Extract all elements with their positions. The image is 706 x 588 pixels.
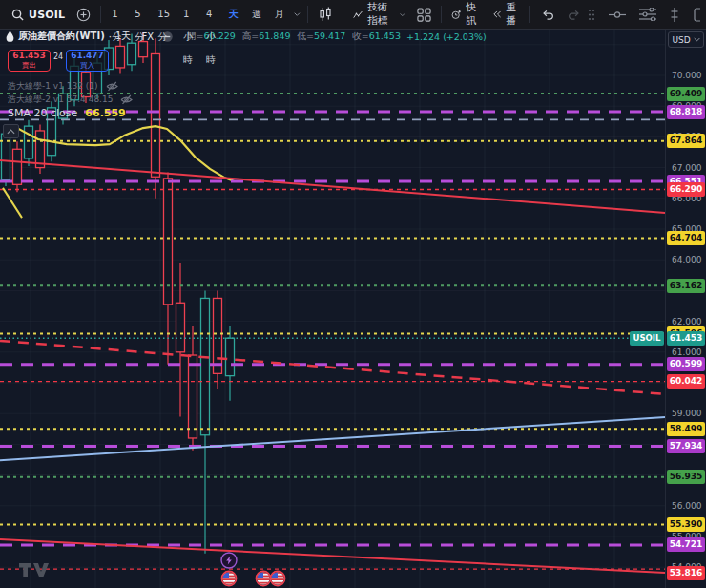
undo-button[interactable]	[534, 3, 561, 26]
us-flag-event-icon[interactable]	[256, 571, 270, 585]
top-toolbar: USOIL 1分5分15分1小時4小時天週月 技術指標 快訊 重播	[0, 0, 706, 30]
candle-down-body	[214, 298, 222, 373]
price-level-badge: 56.935	[667, 470, 705, 484]
axis-tick: 59.000	[672, 407, 702, 420]
layout-templates-button[interactable]	[411, 3, 437, 26]
trend-line	[0, 160, 665, 213]
us-flag-event-icon[interactable]	[270, 571, 284, 585]
toolbar-divider	[530, 6, 530, 23]
price-level-badge: 53.816	[667, 566, 705, 580]
candle-up-body	[25, 126, 33, 158]
trend-line	[3, 188, 22, 218]
compare-add-symbol-button[interactable]	[71, 3, 96, 26]
indicators-label: 技術指標	[367, 1, 395, 28]
price-level-badge: 69.409	[667, 87, 705, 101]
current-price-badge: 61.453	[667, 331, 705, 346]
candlestick-icon	[318, 7, 333, 22]
replay-button[interactable]: 重播	[487, 3, 527, 26]
timeframe-天[interactable]: 天	[222, 3, 245, 26]
timeframe-1分[interactable]: 1分	[105, 3, 128, 26]
price-level-badge: 55.390	[667, 517, 705, 532]
redo-button[interactable]	[561, 3, 588, 26]
indicator-row-2[interactable]: 浩大線學-2 v1 57.4 48.15	[8, 94, 133, 106]
timeframe-5分[interactable]: 5分	[128, 3, 151, 26]
vertical-slider-icon[interactable]	[670, 8, 679, 22]
chart-style-button[interactable]	[312, 3, 339, 26]
sell-label: 賣出	[22, 62, 36, 70]
timeframe-group: 1分5分15分1小時4小時天週月	[105, 3, 291, 26]
price-level-badge: 66.290	[667, 182, 705, 197]
price-change: +1.224 (+2.03%)	[406, 32, 487, 42]
legend-title: 原油差價合約(WTI)	[18, 30, 105, 43]
candle-up-body	[201, 298, 210, 434]
economic-event-icon[interactable]	[221, 553, 237, 568]
alerts-label: 快訊	[467, 1, 481, 28]
panel-edge-icon[interactable]	[693, 8, 700, 22]
indicators-icon	[353, 9, 363, 21]
axis-tick: 67.000	[672, 161, 702, 175]
timeframe-4小時[interactable]: 4小時	[199, 3, 222, 26]
sell-button[interactable]: 61.453 賣出	[8, 50, 51, 72]
sell-price: 61.453	[12, 52, 46, 60]
price-levels	[0, 94, 665, 569]
timeframe-1小時[interactable]: 1小時	[176, 3, 199, 26]
us-flag-event-icon[interactable]	[221, 571, 236, 585]
price-level-badge: 60.042	[667, 374, 705, 388]
chevron-down-icon	[694, 37, 700, 42]
alert-button[interactable]: 快訊	[446, 3, 487, 26]
eye-off-icon[interactable]	[120, 94, 133, 105]
currency-label: USD	[672, 35, 690, 45]
drag-handle-icon[interactable]	[588, 9, 595, 21]
alert-clock-icon	[451, 8, 462, 22]
trendlines	[0, 160, 665, 573]
candle-down-body	[176, 303, 185, 352]
timeframe-15分[interactable]: 15分	[151, 3, 176, 26]
currency-select[interactable]: USD	[668, 32, 704, 48]
chevron-up-icon	[7, 129, 15, 135]
indicators-button[interactable]: 技術指標	[347, 3, 411, 26]
tradingview-app: USOIL 1分5分15分1小時4小時天週月 技術指標 快訊 重播	[0, 0, 706, 588]
trend-line	[0, 539, 665, 573]
ohlc-item: 低=59.417	[298, 31, 346, 43]
ohlc-item: 高=61.849	[242, 31, 291, 43]
ohlc-values: 開=60.229高=61.849低=59.417收=61.453	[187, 31, 401, 43]
replay-label: 重播	[506, 1, 520, 28]
layout-grid-icon	[417, 8, 431, 22]
eye-off-icon[interactable]	[106, 81, 118, 92]
timeframe-月[interactable]: 月	[268, 3, 291, 26]
object-tree-settings-icon[interactable]	[639, 8, 656, 21]
timeframe-週[interactable]: 週	[245, 3, 268, 26]
symbol-name: USOIL	[29, 9, 65, 21]
candle-down-body	[189, 355, 197, 438]
indicator-row-3[interactable]: SMA 20 close66.559	[8, 107, 126, 119]
axis-tick: 70.000	[672, 69, 702, 82]
price-level-badge: 54.721	[667, 537, 705, 552]
undo-icon	[540, 8, 555, 22]
oil-drop-icon	[6, 31, 14, 42]
redo-icon	[567, 8, 582, 22]
indicator-name: 浩大線學-2 v1 57.4 48.15	[8, 94, 113, 106]
buy-label: 買入	[80, 62, 94, 70]
replay-icon	[492, 9, 502, 20]
symbol-search-button[interactable]: USOIL	[6, 3, 71, 26]
buy-button[interactable]: 61.477 買入	[66, 50, 109, 72]
node-line-tool-icon[interactable]	[609, 10, 626, 20]
collapse-legend-button[interactable]	[3, 124, 19, 138]
tradingview-logo[interactable]	[17, 561, 52, 582]
symbol-legend[interactable]: 原油差價合約(WTI) · 1天 · FX 開=60.229高=61.849低=…	[6, 30, 487, 43]
toolbar-divider	[307, 6, 308, 23]
trend-line	[0, 341, 665, 394]
indicator-values: 57.4 48.15	[67, 94, 114, 104]
indicator-row-1[interactable]: 浩大線學-1 v1 132 (1)	[8, 80, 118, 93]
plus-circle-icon	[76, 8, 91, 22]
price-level-badge: 64.704	[667, 231, 705, 245]
price-level-badge: 60.599	[667, 357, 705, 371]
trend-line	[0, 417, 665, 460]
price-level-badge: 57.934	[667, 439, 705, 453]
candle-down-body	[116, 46, 125, 68]
price-level-badge: 68.818	[667, 105, 705, 119]
chevron-down-icon[interactable]	[294, 11, 301, 17]
toolbar-divider	[441, 6, 442, 23]
price-level-badge: 67.864	[667, 134, 705, 148]
price-axis[interactable]: USD 70.00069.00068.00067.00066.00065.000…	[665, 29, 706, 588]
